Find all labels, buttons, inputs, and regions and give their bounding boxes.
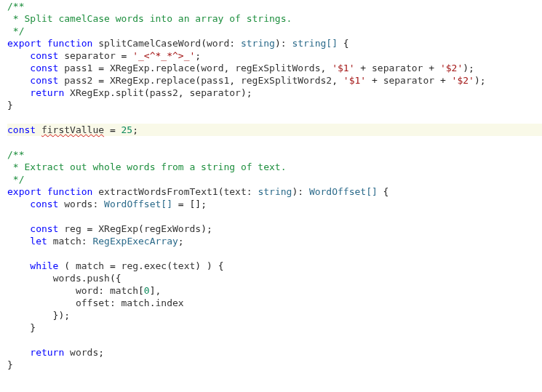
type: WordOffset[]	[104, 199, 172, 209]
identifier: text	[172, 260, 195, 271]
string-literal: '_<^*_*^>_'	[132, 50, 195, 61]
keyword-export: export	[7, 186, 41, 197]
identifier: regExWords	[144, 223, 201, 234]
param: word	[207, 38, 229, 49]
number-literal: 0	[144, 285, 150, 296]
type: string	[258, 186, 292, 197]
identifier: XRegExp	[110, 63, 150, 73]
identifier: pass2	[150, 87, 178, 98]
identifier: match	[110, 285, 138, 296]
number-literal: 25	[121, 124, 133, 135]
comment-line: * Split camelCase words into an array of…	[7, 13, 292, 24]
comment-line: */	[7, 174, 24, 185]
identifier: words	[53, 273, 81, 284]
keyword-let: let	[30, 236, 47, 247]
keyword-const: const	[30, 75, 58, 86]
identifier-typo: firstVallue	[41, 124, 104, 135]
keyword-const: const	[30, 63, 58, 73]
identifier: separator	[190, 87, 241, 98]
identifier: index	[156, 297, 184, 308]
type: string	[241, 38, 275, 49]
keyword-function: function	[47, 38, 93, 49]
identifier: regExSplitWords2	[241, 75, 332, 86]
type: string[]	[292, 38, 338, 49]
identifier: push	[87, 273, 110, 284]
type: RegExpExecArray	[92, 236, 178, 247]
identifier: exec	[144, 260, 167, 271]
comment-line: * Extract out whole words from a string …	[7, 161, 287, 172]
identifier: split	[116, 87, 144, 98]
property: offset	[76, 297, 110, 308]
keyword-const: const	[30, 223, 58, 234]
param: text	[223, 186, 246, 197]
keyword-function: function	[47, 186, 93, 197]
identifier: words	[64, 199, 92, 209]
identifier: reg	[121, 260, 138, 271]
comment-line: /**	[7, 149, 24, 160]
type: WordOffset[]	[309, 186, 378, 197]
keyword-return: return	[30, 87, 64, 98]
keyword-const: const	[7, 124, 36, 135]
string-literal: '$1'	[332, 63, 354, 73]
identifier: match	[53, 236, 81, 247]
keyword-return: return	[30, 347, 64, 358]
string-literal: '$2'	[452, 75, 474, 86]
identifier: separator	[64, 50, 115, 61]
function-name: extractWordsFromText1	[98, 186, 218, 197]
identifier: separator	[372, 63, 423, 73]
identifier: replace	[156, 75, 196, 86]
keyword-while: while	[30, 260, 58, 271]
identifier: words	[70, 347, 98, 358]
keyword-export: export	[7, 38, 41, 49]
code-editor[interactable]: /** * Split camelCase words into an arra…	[0, 0, 542, 371]
active-line: const firstVallue = 25;	[7, 124, 542, 136]
identifier: match	[121, 297, 150, 308]
identifier: separator	[383, 75, 434, 86]
identifier: pass1	[201, 75, 229, 86]
identifier: pass1	[64, 63, 92, 73]
property: word	[76, 285, 98, 296]
identifier: word	[201, 63, 223, 73]
identifier: replace	[156, 63, 196, 73]
identifier: reg	[64, 223, 81, 234]
string-literal: '$1'	[343, 75, 366, 86]
keyword-const: const	[30, 50, 58, 61]
identifier: XRegExp	[110, 75, 150, 86]
identifier: regExSplitWords	[235, 63, 320, 73]
identifier: XRegExp	[70, 87, 110, 98]
identifier: match	[76, 260, 104, 271]
identifier: XRegExp	[98, 223, 138, 234]
comment-line: */	[7, 25, 24, 36]
comment-line: /**	[7, 1, 24, 12]
keyword-const: const	[30, 199, 58, 209]
string-literal: '$2'	[440, 63, 463, 73]
function-name: splitCamelCaseWord	[98, 38, 201, 49]
identifier: pass2	[64, 75, 92, 86]
